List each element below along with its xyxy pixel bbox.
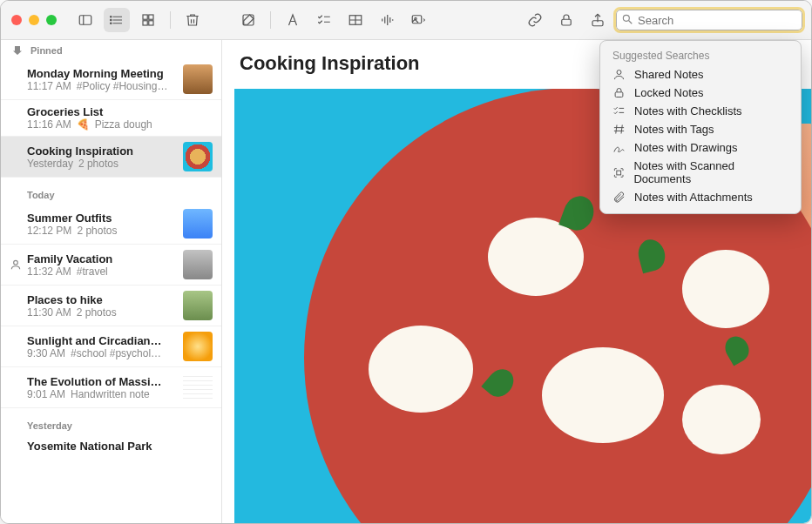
compose-icon [240,12,256,28]
link-icon [527,12,543,28]
suggestion-label: Notes with Tags [634,123,714,136]
note-time: 9:01 AM [27,388,65,400]
format-icon [285,12,301,28]
lock-icon [612,86,626,99]
checklist-button[interactable] [311,8,337,32]
section-yesterday: Yesterday [1,408,221,434]
note-row[interactable]: Sunlight and Circadian… 9:30 AM#school #… [1,326,221,367]
note-detail: 2 photos [78,158,118,170]
note-time: 11:32 AM [27,265,71,278]
window-zoom-button[interactable] [46,15,57,25]
media-icon [410,12,426,28]
svg-point-7 [111,23,112,24]
toolbar [1,1,811,40]
list-view-icon [109,12,125,28]
attach-icon [612,191,626,204]
suggestion-checklists[interactable]: Notes with Checklists [600,102,801,120]
note-title: Groceries List [27,105,213,118]
grid-view-icon [140,12,156,28]
svg-rect-11 [149,21,153,25]
table-button[interactable] [342,8,369,32]
list-view-button[interactable] [104,8,130,32]
note-title: Cooking Inspiration [27,144,176,158]
note-row[interactable]: The Evolution of Massi… 9:01 AMHandwritt… [1,367,221,408]
svg-rect-31 [615,92,623,97]
search-suggestions-popover: Suggested Searches Shared Notes Locked N… [599,40,802,214]
note-title: The Evolution of Massi… [27,375,176,388]
svg-rect-38 [617,171,621,175]
svg-point-6 [111,19,112,21]
audio-button[interactable] [374,8,400,32]
suggestions-title: Suggested Searches [600,46,801,65]
grid-view-button[interactable] [135,8,161,32]
note-thumbnail [183,250,213,279]
svg-rect-0 [79,16,91,25]
note-detail: Pizza dough [95,118,152,131]
svg-line-35 [621,125,622,134]
format-button[interactable] [280,8,306,32]
shared-icon [612,68,626,81]
note-row[interactable]: Monday Morning Meeting 11:17 AM#Policy #… [1,59,221,100]
share-button[interactable] [585,8,611,32]
note-thumbnail [183,291,213,320]
lock-icon [558,12,574,28]
svg-rect-25 [562,19,572,25]
delete-button[interactable] [179,8,206,32]
note-time: 12:12 PM [27,225,71,237]
checklist-icon [316,12,332,28]
section-pinned: Pinned [1,40,221,59]
note-row-selected[interactable]: Cooking Inspiration Yesterday2 photos [1,137,221,178]
svg-rect-10 [143,21,147,25]
toolbar-separator [270,11,271,29]
svg-point-30 [617,71,621,75]
trash-icon [185,12,200,28]
note-title: Sunlight and Circadian… [27,334,176,347]
note-row[interactable]: Summer Outfits 12:12 PM2 photos [1,204,221,245]
suggestion-tags[interactable]: Notes with Tags [600,120,801,138]
suggestion-shared-notes[interactable]: Shared Notes [600,65,801,84]
window-traffic-lights [11,15,57,25]
suggestion-drawings[interactable]: Notes with Drawings [600,138,801,157]
note-detail: 2 photos [77,225,117,237]
suggestion-scanned[interactable]: Notes with Scanned Documents [600,157,801,188]
note-detail: 2 photos [77,306,117,319]
window-minimize-button[interactable] [29,15,39,25]
suggestion-label: Notes with Checklists [634,104,742,118]
app-window: Pinned Monday Morning Meeting 11:17 AM#P… [0,0,812,524]
note-row[interactable]: Family Vacation 11:32 AM#travel [1,245,221,286]
scan-icon [612,166,625,179]
suggestion-locked-notes[interactable]: Locked Notes [600,84,801,102]
checklist-icon [612,104,626,118]
note-title: Yosemite National Park [27,440,213,453]
svg-line-28 [629,21,633,24]
note-title: Family Vacation [27,252,176,265]
sidebar-toggle-button[interactable] [72,8,98,32]
toolbar-separator [170,11,171,29]
note-detail: #Policy #Housing… [77,80,168,92]
media-menu-button[interactable] [405,8,431,32]
window-close-button[interactable] [11,15,22,25]
svg-rect-8 [143,15,147,19]
draw-icon [612,141,626,154]
lock-menu-button[interactable] [553,8,579,32]
pizza-emoji: 🍕 [77,118,90,131]
note-time: 11:16 AM [27,118,71,131]
shared-icon [10,259,22,271]
note-row[interactable]: Yosemite National Park [1,434,221,458]
search-icon [621,13,633,25]
note-row[interactable]: Groceries List 11:16 AM🍕Pizza dough [1,100,221,137]
share-icon [590,12,606,28]
note-list-sidebar: Pinned Monday Morning Meeting 11:17 AM#P… [1,40,222,523]
table-icon [348,12,363,28]
note-time: 11:30 AM [27,306,71,319]
search-input[interactable] [616,10,802,30]
suggestion-attachments[interactable]: Notes with Attachments [600,188,801,206]
search-wrap [616,10,802,30]
svg-rect-9 [149,15,153,19]
compose-button[interactable] [235,8,261,32]
note-title: Places to hike [27,293,176,306]
note-detail: #school #psychol… [71,347,161,359]
note-row[interactable]: Places to hike 11:30 AM2 photos [1,286,221,326]
link-button[interactable] [522,8,548,32]
suggestion-label: Notes with Scanned Documents [633,159,788,185]
